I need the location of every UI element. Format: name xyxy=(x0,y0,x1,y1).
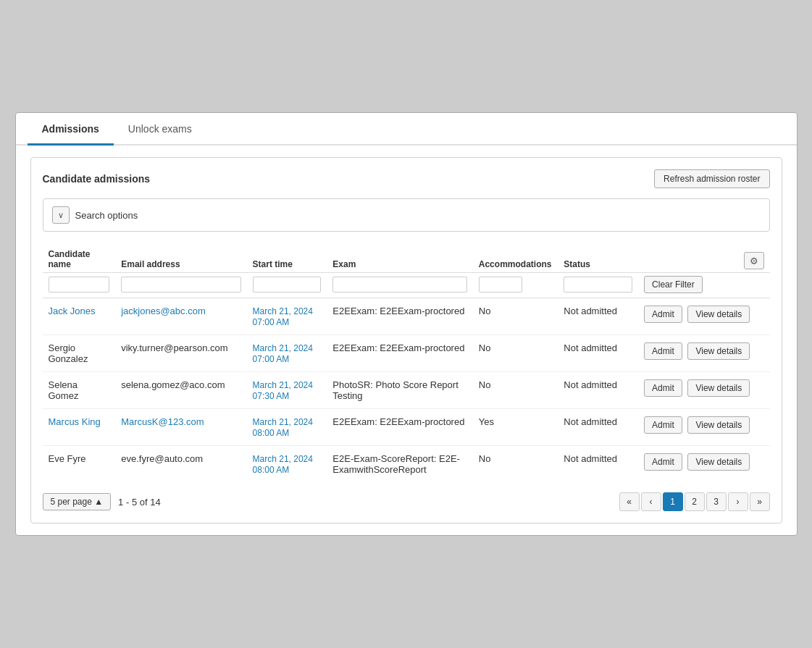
page-button-‹[interactable]: ‹ xyxy=(641,492,661,511)
start-time-value: March 21, 2024 07:30 AM xyxy=(253,380,313,401)
table-row: Jack Jones jackjones@abc.com March 21, 2… xyxy=(43,298,770,335)
status-value: Not admitted xyxy=(564,379,617,390)
cell-exam: E2EExam: E2EExam-proctored xyxy=(327,298,472,335)
filter-name-cell xyxy=(43,273,116,298)
status-value: Not admitted xyxy=(564,306,617,316)
cell-start-time: March 21, 2024 08:00 AM xyxy=(247,409,327,446)
candidate-email[interactable]: jackjones@abc.com xyxy=(121,306,206,316)
cell-status: Not admitted xyxy=(558,298,638,335)
admit-button[interactable]: Admit xyxy=(644,453,682,471)
accommodations-value: No xyxy=(479,379,491,390)
admit-button[interactable]: Admit xyxy=(644,342,682,360)
accommodations-value: Yes xyxy=(479,416,494,427)
filter-row: Clear Filter xyxy=(43,273,770,298)
table-row: Sergio Gonzalez viky.turner@pearson.com … xyxy=(43,335,770,372)
tab-unlock-exams[interactable]: Unlock exams xyxy=(114,113,206,146)
col-header-email: Email address xyxy=(115,245,246,273)
start-time-value: March 21, 2024 08:00 AM xyxy=(253,454,313,475)
main-window: Admissions Unlock exams Candidate admiss… xyxy=(15,112,798,536)
candidate-name: Selena Gomez xyxy=(49,379,79,401)
card-title: Candidate admissions xyxy=(43,173,151,185)
cell-actions: Admit View details xyxy=(638,298,769,335)
filter-acc-cell xyxy=(473,273,558,298)
cell-start-time: March 21, 2024 07:00 AM xyxy=(247,335,327,372)
filter-start-input[interactable] xyxy=(253,277,322,293)
cell-email: MarcusK@123.com xyxy=(115,409,246,446)
cell-accommodations: No xyxy=(473,298,558,335)
filter-status-input[interactable] xyxy=(564,277,632,293)
candidate-name: Eve Fyre xyxy=(49,453,86,464)
cell-accommodations: No xyxy=(473,335,558,372)
cell-name: Sergio Gonzalez xyxy=(43,335,116,372)
filter-exam-input[interactable] xyxy=(332,277,466,293)
filter-email-input[interactable] xyxy=(121,277,240,293)
view-details-button[interactable]: View details xyxy=(687,306,750,323)
cell-start-time: March 21, 2024 07:00 AM xyxy=(247,298,327,335)
candidate-email: eve.fyre@auto.com xyxy=(121,453,203,464)
candidate-name: Sergio Gonzalez xyxy=(49,342,88,364)
view-details-button[interactable]: View details xyxy=(687,453,750,471)
cell-actions: Admit View details xyxy=(638,446,769,483)
cell-name: Eve Fyre xyxy=(43,446,116,483)
cell-email: selena.gomez@aco.com xyxy=(115,372,246,409)
refresh-roster-button[interactable]: Refresh admission roster xyxy=(654,169,769,188)
filter-name-input[interactable] xyxy=(49,277,110,293)
candidate-email[interactable]: MarcusK@123.com xyxy=(121,416,204,427)
tab-admissions[interactable]: Admissions xyxy=(28,113,114,146)
start-time-value: March 21, 2024 08:00 AM xyxy=(253,417,313,438)
exam-value: E2EExam: E2EExam-proctored xyxy=(332,306,464,316)
status-value: Not admitted xyxy=(564,453,617,464)
admit-button[interactable]: Admit xyxy=(644,306,682,323)
accommodations-value: No xyxy=(479,306,491,316)
cell-actions: Admit View details xyxy=(638,409,769,446)
page-button-«[interactable]: « xyxy=(619,492,640,511)
search-options-chevron[interactable]: ∨ xyxy=(52,206,70,224)
col-header-start-time: Start time xyxy=(247,245,327,273)
admissions-table: Candidate name Email address Start time … xyxy=(43,245,770,482)
admit-button[interactable]: Admit xyxy=(644,416,682,434)
cell-start-time: March 21, 2024 08:00 AM xyxy=(247,446,327,483)
per-page-button[interactable]: 5 per page ▲ xyxy=(43,493,112,510)
exam-value: E2EExam: E2EExam-proctored xyxy=(332,342,464,353)
record-count-label: 1 - 5 of 14 xyxy=(118,497,161,508)
status-value: Not admitted xyxy=(564,342,617,353)
cell-name: Selena Gomez xyxy=(43,372,116,409)
table-body: Jack Jones jackjones@abc.com March 21, 2… xyxy=(43,298,770,483)
page-button-»[interactable]: » xyxy=(750,492,770,511)
search-options-bar[interactable]: ∨ Search options xyxy=(43,198,770,232)
admissions-card: Candidate admissions Refresh admission r… xyxy=(30,157,782,523)
page-button-1[interactable]: 1 xyxy=(663,492,683,511)
cell-actions: Admit View details xyxy=(638,372,769,409)
column-settings-button[interactable]: ⚙ xyxy=(744,252,764,269)
table-footer: 5 per page ▲ 1 - 5 of 14 «‹123›» xyxy=(43,492,770,511)
cell-name: Jack Jones xyxy=(43,298,116,335)
col-header-name: Candidate name xyxy=(43,245,116,273)
start-time-value: March 21, 2024 07:00 AM xyxy=(253,343,313,364)
candidate-name[interactable]: Jack Jones xyxy=(49,306,96,316)
col-header-status: Status xyxy=(558,245,638,273)
cell-exam: E2E-Exam-ScoreReport: E2E-ExamwithScoreR… xyxy=(327,446,472,483)
page-button-3[interactable]: 3 xyxy=(706,492,727,511)
view-details-button[interactable]: View details xyxy=(687,342,750,360)
view-details-button[interactable]: View details xyxy=(687,379,750,397)
start-time-value: March 21, 2024 07:00 AM xyxy=(253,306,313,327)
candidate-name[interactable]: Marcus King xyxy=(49,416,101,427)
cell-accommodations: Yes xyxy=(473,409,558,446)
view-details-button[interactable]: View details xyxy=(687,416,750,434)
status-value: Not admitted xyxy=(564,416,617,427)
cell-email: viky.turner@pearson.com xyxy=(115,335,246,372)
page-button-2[interactable]: 2 xyxy=(685,492,705,511)
filter-acc-input[interactable] xyxy=(479,277,522,293)
content-area: Candidate admissions Refresh admission r… xyxy=(16,146,797,535)
cell-exam: PhotoSR: Photo Score Report Testing xyxy=(327,372,472,409)
cell-email: jackjones@abc.com xyxy=(115,298,246,335)
cell-exam: E2EExam: E2EExam-proctored xyxy=(327,409,472,446)
footer-left: 5 per page ▲ 1 - 5 of 14 xyxy=(43,493,161,510)
cell-start-time: March 21, 2024 07:30 AM xyxy=(247,372,327,409)
page-button-›[interactable]: › xyxy=(728,492,748,511)
pagination-controls: «‹123›» xyxy=(619,492,770,511)
admit-button[interactable]: Admit xyxy=(644,379,682,397)
filter-email-cell xyxy=(115,273,246,298)
cell-status: Not admitted xyxy=(558,446,638,483)
clear-filter-button[interactable]: Clear Filter xyxy=(644,276,703,293)
